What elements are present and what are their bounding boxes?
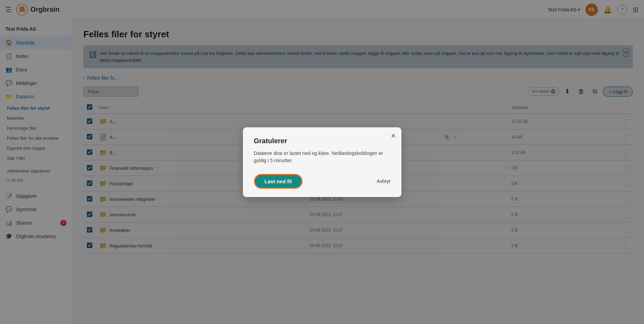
download-dialog: ✕ Gratulerer Dataene dine er lastet ned … (243, 127, 401, 197)
cancel-link[interactable]: Avbryt (377, 178, 390, 184)
dialog-overlay[interactable]: ✕ Gratulerer Dataene dine er lastet ned … (0, 0, 644, 324)
dialog-body: Dataene dine er lastet ned og klare. Ned… (254, 150, 390, 164)
dialog-close-button[interactable]: ✕ (391, 132, 396, 140)
dialog-actions: Last ned fil Avbryt (254, 174, 390, 189)
dialog-title: Gratulerer (254, 137, 390, 145)
download-file-button[interactable]: Last ned fil (254, 174, 303, 189)
